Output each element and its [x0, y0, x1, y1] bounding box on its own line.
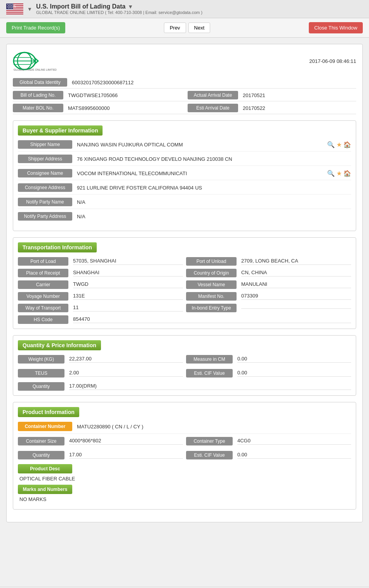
measure-cm-label: Measure in CM: [186, 355, 233, 364]
way-of-transport-label: Way of Transport: [18, 304, 68, 312]
carrier-label: Carrier: [18, 280, 68, 289]
svg-text:★★★★★: ★★★★★: [8, 7, 16, 9]
master-bol-row: Mater BOL No. MATS8995600000 Esti Arriva…: [13, 104, 356, 114]
consignee-name-row: Consignee Name VOCOM INTERNATIONAL TELEC…: [18, 169, 351, 180]
close-window-button[interactable]: Close This Window: [309, 22, 363, 33]
notify-party-name-label: Notify Party Name: [18, 198, 72, 206]
shipper-name-label: Shipper Name: [18, 140, 72, 149]
teus-value: 2.00: [69, 370, 183, 377]
timestamp: 2017-06-09 08:46:11: [309, 58, 356, 64]
search-icon[interactable]: 🔍: [327, 141, 335, 148]
inbond-entry-field: In-bond Entry Type: [186, 304, 351, 312]
carrier-field: Carrier TWGD: [18, 280, 183, 289]
marks-numbers-value: NO MARKS: [19, 496, 351, 502]
esti-cif-qty-value: 0.00: [237, 370, 351, 377]
container-type-value: 4CG0: [237, 438, 351, 445]
shipper-address-value: 76 XINGANG ROAD TECHNOLOGY DEVELO NANJIN…: [77, 156, 351, 162]
product-esti-cif-field: Esti. CIF Value 0.00: [186, 451, 351, 459]
product-quantity-label: Quantity: [18, 451, 64, 459]
consignee-home-icon[interactable]: 🏠: [343, 170, 351, 177]
marks-numbers-row: Marks and Numbers: [18, 485, 351, 494]
bol-value: TWGDTWSE1705066: [68, 92, 181, 98]
notify-party-name-value: N/A: [77, 199, 351, 205]
us-flag-icon: ★★★★★★ ★★★★★ ★★★★★★ ★★★★★: [6, 3, 23, 14]
bol-label: Bill of Lading No.: [13, 91, 63, 99]
star-icon[interactable]: ★: [336, 141, 342, 148]
manifest-no-label: Manifest No.: [186, 292, 237, 301]
quantity-qty-field: Quantity 17.00(DRM): [18, 382, 351, 391]
container-number-button[interactable]: Container Number: [18, 422, 72, 431]
product-quantity-field: Quantity 17.00: [18, 451, 183, 459]
voyage-number-field: Voyage Number 131E: [18, 292, 183, 301]
measure-cm-field: Measure in CM 0.00: [186, 355, 351, 364]
place-of-receipt-field: Place of Receipt SHANGHAI: [18, 269, 183, 277]
port-of-unload-value: 2709, LONG BEACH, CA: [241, 258, 351, 265]
shipper-name-row: Shipper Name NANJING WASIN FUJIKURA OPTI…: [18, 140, 351, 151]
record-card: GLOBAL TRADE ONLINE LIMITED 2017-06-09 0…: [6, 44, 363, 522]
consignee-search-icon[interactable]: 🔍: [327, 170, 335, 177]
vessel-name-label: Vessel Name: [186, 280, 237, 289]
container-number-value: MATU2280890 ( CN / L / CY ): [77, 424, 143, 430]
bol-row: Bill of Lading No. TWGDTWSE1705066 Actua…: [13, 91, 356, 101]
place-of-receipt-value: SHANGHAI: [73, 270, 183, 277]
port-of-load-value: 57035, SHANGHAI: [73, 258, 183, 265]
global-data-identity-value: 6003201705230000687112: [72, 80, 356, 85]
way-of-transport-field: Way of Transport 11: [18, 304, 183, 312]
toolbar: Print Trade Record(s) Prev Next Close Th…: [0, 18, 369, 38]
print-button[interactable]: Print Trade Record(s): [6, 22, 65, 33]
country-of-origin-label: Country of Origin: [186, 269, 237, 277]
product-section: Product Information Container Number MAT…: [13, 402, 356, 510]
svg-rect-5: [6, 11, 23, 12]
actual-arrival-label: Actual Arrival Date: [188, 91, 238, 99]
consignee-name-label: Consignee Name: [18, 169, 72, 177]
esti-cif-qty-field: Esti. CIF Value 0.00: [186, 369, 351, 378]
manifest-no-field: Manifest No. 073309: [186, 292, 351, 301]
notify-party-name-row: Notify Party Name N/A: [18, 198, 351, 209]
consignee-name-value: VOCOM INTERNATIONAL TELECOMMUNICATI: [77, 170, 324, 176]
port-of-unload-label: Port of Unload: [186, 257, 237, 266]
country-of-origin-field: Country of Origin CN, CHINA: [186, 269, 351, 277]
next-button[interactable]: Next: [188, 23, 211, 33]
esti-arrival-value: 20170522: [243, 105, 356, 111]
global-data-identity-row: Global Data Identity 6003201705230000687…: [13, 78, 356, 89]
page-title: U.S. Import Bill of Lading Data: [36, 3, 125, 10]
top-bar: ★★★★★★ ★★★★★ ★★★★★★ ★★★★★ ▼ U.S. Import …: [0, 0, 369, 18]
product-esti-cif-value: 0.00: [237, 452, 351, 459]
main-content: GLOBAL TRADE ONLINE LIMITED 2017-06-09 0…: [0, 38, 369, 587]
buyer-supplier-section: Buyer & Supplier Information Shipper Nam…: [13, 120, 356, 231]
inbond-entry-label: In-bond Entry Type: [186, 304, 237, 312]
transportation-title: Transportation Information: [18, 242, 97, 252]
consignee-address-row: Consignee Address 921 LURLINE DRIVE FOST…: [18, 183, 351, 195]
quantity-price-title: Quantity & Price Information: [18, 340, 101, 350]
product-title: Product Information: [18, 407, 79, 417]
consignee-address-label: Consignee Address: [18, 183, 72, 192]
prev-button[interactable]: Prev: [164, 23, 186, 33]
master-bol-value: MATS8995600000: [68, 105, 181, 111]
product-desc-value: OPTICAL FIBER CABLE: [19, 476, 351, 482]
buyer-supplier-title: Buyer & Supplier Information: [18, 125, 103, 136]
port-of-load-label: Port of Load: [18, 257, 68, 266]
hs-code-value: 854470: [73, 316, 351, 323]
way-of-transport-value: 11: [73, 304, 183, 311]
notify-party-address-row: Notify Party Address N/A: [18, 212, 351, 223]
teus-field: TEUS 2.00: [18, 369, 183, 378]
flag-dropdown[interactable]: ▼: [27, 6, 32, 12]
consignee-star-icon[interactable]: ★: [336, 170, 342, 177]
company-logo: GLOBAL TRADE ONLINE LIMITED: [13, 50, 63, 72]
svg-text:GLOBAL TRADE ONLINE LIMITED: GLOBAL TRADE ONLINE LIMITED: [14, 68, 57, 71]
shipper-address-row: Shipper Address 76 XINGANG ROAD TECHNOLO…: [18, 155, 351, 166]
notify-party-address-label: Notify Party Address: [18, 212, 72, 221]
container-number-row: Container Number MATU2280890 ( CN / L / …: [18, 422, 351, 434]
vessel-name-value: MANULANI: [241, 281, 351, 288]
home-icon[interactable]: 🏠: [343, 141, 351, 148]
port-of-load-field: Port of Load 57035, SHANGHAI: [18, 257, 183, 266]
hs-code-field: HS Code 854470: [18, 315, 351, 324]
title-dropdown-icon[interactable]: ▼: [128, 3, 133, 10]
svg-rect-6: [6, 13, 23, 14]
shipper-address-label: Shipper Address: [18, 155, 72, 163]
marks-numbers-button[interactable]: Marks and Numbers: [18, 485, 72, 494]
product-desc-button[interactable]: Product Desc: [18, 464, 72, 473]
quantity-qty-label: Quantity: [18, 382, 64, 391]
card-header: GLOBAL TRADE ONLINE LIMITED 2017-06-09 0…: [13, 50, 356, 72]
transportation-section: Transportation Information Port of Load …: [13, 237, 356, 329]
